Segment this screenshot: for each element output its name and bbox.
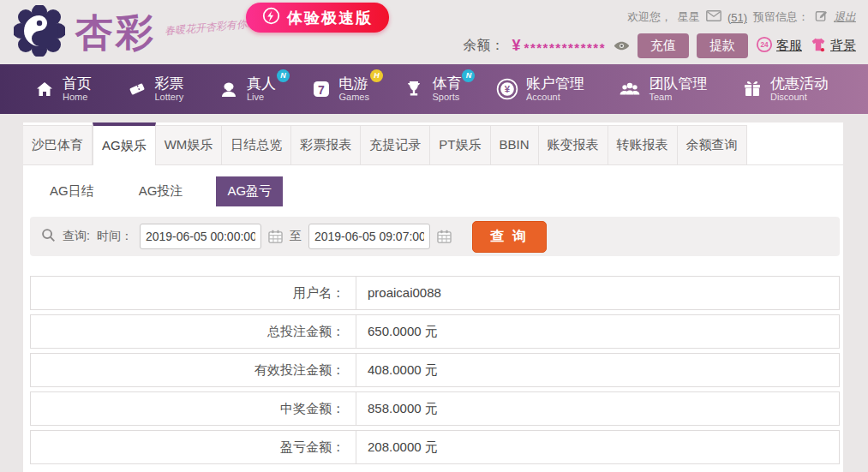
calendar-icon[interactable] [437,230,452,243]
query-title: 查询: [63,229,90,244]
nav-item-account[interactable]: ¥ 账户管理Account [496,75,584,103]
to-label: 至 [290,229,302,244]
tab-wm-entertainment[interactable]: WM娱乐 [156,125,223,164]
search-icon [41,228,56,246]
eye-icon[interactable] [614,40,630,51]
background-link[interactable]: 背景 [810,37,856,56]
balance-bar: 余额： ¥ ************* 充值 提款 24 客服 [464,33,856,58]
home-icon [34,79,55,99]
background-label: 背景 [830,38,856,54]
tab-pt-entertainment[interactable]: PT娱乐 [430,125,490,164]
seven-icon: 7 [311,79,332,99]
customer-service-link[interactable]: 24 客服 [756,36,802,57]
username: 星星 [678,9,700,25]
logo-text: 杏彩 [75,7,156,58]
main-nav: 首页Home 彩票Lottery 真人Live N 7 电游Games H 体育… [0,64,868,114]
table-row-valid-bet: 有效投注金额： 408.0000 元 [30,353,840,387]
date-from-input[interactable] [140,224,261,249]
mail-count-link[interactable]: (51) [727,11,747,24]
withdraw-button[interactable]: 提款 [697,33,748,58]
trophy-icon [404,79,424,99]
table-row-username: 用户名： proaicai0088 [30,276,840,310]
balance-masked-value: ************* [524,40,606,55]
logo-emblem-icon [14,5,65,60]
tab-account-change-report[interactable]: 账变报表 [539,125,608,164]
live-person-icon [218,79,239,99]
nav-item-live[interactable]: 真人Live N [218,75,276,103]
nav-item-lottery[interactable]: 彩票Lottery [127,75,184,103]
logout-link[interactable]: 退出 [834,9,856,25]
recharge-button[interactable]: 充值 [638,33,689,58]
ag-subtabs: AG日结 AG投注 AG盈亏 [39,176,843,206]
tab-lottery-report[interactable]: 彩票报表 [291,125,361,164]
welcome-text: 欢迎您， [627,9,672,25]
tab-shaba-sports[interactable]: 沙巴体育 [23,125,93,164]
table-row-winnings: 中奖金额： 858.0000 元 [30,391,840,426]
profit-loss-report: 用户名： proaicai0088 总投注金额： 650.0000 元 有效投注… [30,276,840,464]
subtab-ag-daily[interactable]: AG日结 [39,176,105,206]
welcome-bar: 欢迎您， 星星 (51) 预留信息： 退出 [627,9,856,25]
nav-item-team[interactable]: 团队管理Team [619,75,707,103]
time-label: 时间： [97,229,133,244]
ticket-icon [127,79,147,99]
service-24-icon: 24 [756,36,773,57]
subtab-ag-profit-loss[interactable]: AG盈亏 [216,176,283,206]
nav-item-games[interactable]: 7 电游Games H [311,75,369,103]
new-badge: N [277,69,290,82]
new-badge: N [462,69,475,82]
nav-item-discount[interactable]: 优惠活动Discount [742,75,829,103]
lightning-icon [262,7,280,28]
hot-badge: H [370,69,383,82]
svg-text:¥: ¥ [505,84,511,94]
tab-deposit-withdraw-records[interactable]: 充提记录 [361,125,430,164]
tab-transfer-report[interactable]: 转账报表 [608,125,678,164]
site-logo[interactable]: 杏彩 [14,5,156,60]
report-tabs: 沙巴体育 AG娱乐 WM娱乐 日结总览 彩票报表 充提记录 PT娱乐 BBIN … [23,122,843,165]
table-row-total-bet: 总投注金额： 650.0000 元 [30,314,840,349]
shirt-icon [810,37,827,56]
nav-item-home[interactable]: 首页Home [34,75,92,103]
calendar-icon[interactable] [268,230,283,243]
speed-version-button[interactable]: 体验极速版 [246,3,389,33]
tab-balance-inquiry[interactable]: 余额查询 [678,125,747,164]
subtab-ag-bets[interactable]: AG投注 [128,176,195,206]
team-icon [619,78,641,100]
balance-label: 余额： [464,37,505,55]
query-submit-button[interactable]: 查 询 [472,221,547,253]
reserved-info-label: 预留信息： [753,9,809,25]
content-panel: 沙巴体育 AG娱乐 WM娱乐 日结总览 彩票报表 充提记录 PT娱乐 BBIN … [23,122,843,472]
table-row-profit-loss: 盈亏金额： 208.0000 元 [30,430,840,464]
tab-ag-entertainment[interactable]: AG娱乐 [93,122,156,165]
nav-item-sports[interactable]: 体育Sports N [404,75,461,103]
logo-slogan: 春暖花开杏彩有你! [164,17,249,39]
svg-text:7: 7 [318,83,325,97]
yuan-circle-icon: ¥ [496,78,518,100]
edit-icon[interactable] [815,9,828,25]
tab-daily-summary[interactable]: 日结总览 [222,125,291,164]
date-to-input[interactable] [308,224,430,249]
header: 杏彩 春暖花开杏彩有你! 体验极速版 欢迎您， 星星 (51) 预留信息： [0,0,868,64]
tab-bbin[interactable]: BBIN [491,125,539,164]
query-bar: 查询: 时间： 至 查 询 [30,217,840,256]
customer-service-label: 客服 [776,38,802,54]
speed-version-label: 体验极速版 [287,8,373,28]
svg-text:24: 24 [760,41,769,49]
currency-symbol: ¥ [512,37,521,55]
mail-icon[interactable] [706,10,721,24]
gift-icon [742,79,763,99]
